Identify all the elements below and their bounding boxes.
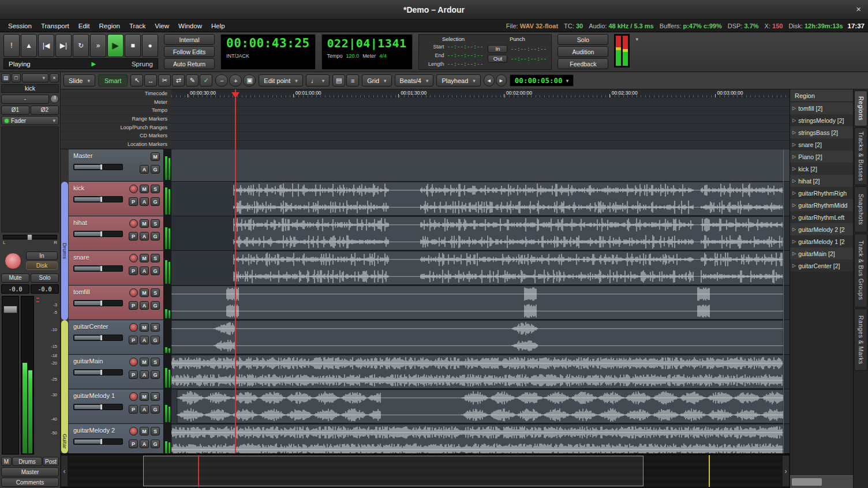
expand-icon[interactable]: ▷ bbox=[792, 190, 796, 196]
monitor-solo-button[interactable]: Solo bbox=[558, 34, 608, 45]
close-icon[interactable]: × bbox=[856, 4, 861, 14]
track-header-tomfill[interactable]: tomfillMSPAG bbox=[69, 286, 171, 320]
strip-track-name[interactable]: kick bbox=[1, 84, 59, 93]
master-group-button[interactable]: G bbox=[151, 165, 160, 174]
monitor-feedback-button[interactable]: Feedback bbox=[558, 58, 608, 69]
track-lane-guitarmain[interactable] bbox=[171, 355, 790, 389]
group-button[interactable]: G bbox=[151, 336, 160, 344]
grab-tool[interactable]: ↖ bbox=[130, 74, 143, 87]
snap-mode-select[interactable]: Grid▾ bbox=[362, 74, 391, 87]
track-header-guitarmelody-2[interactable]: guitarMelody 2MSPAG bbox=[69, 424, 171, 453]
zoom-out-button[interactable]: − bbox=[215, 74, 228, 87]
record-enable-button[interactable] bbox=[129, 323, 138, 332]
track-gain-fader[interactable] bbox=[73, 300, 123, 306]
track-lane-kick[interactable] bbox=[171, 182, 790, 216]
menu-region[interactable]: Region bbox=[95, 22, 125, 29]
track-header-guitarcenter[interactable]: guitarCenterMSPAG bbox=[69, 320, 171, 355]
tempo-value[interactable]: 120.0 bbox=[346, 53, 360, 59]
track-lane-master[interactable] bbox=[171, 149, 790, 182]
master-strip-button[interactable]: Master bbox=[1, 467, 59, 476]
track-gain-fader[interactable] bbox=[73, 265, 123, 272]
nudge-clock[interactable]: 00:00:05:00▾ bbox=[510, 74, 574, 87]
ruler-label-loop-punch-ranges[interactable]: Loop/Punch Ranges bbox=[61, 123, 171, 132]
next-marker-button[interactable]: ▸ bbox=[496, 74, 507, 87]
goto-end-button[interactable]: ▶| bbox=[55, 34, 72, 57]
menu-help[interactable]: Help bbox=[207, 22, 230, 29]
track-gain-fader[interactable] bbox=[73, 369, 123, 376]
record-enable-button[interactable] bbox=[129, 358, 138, 366]
playlist-button[interactable]: P bbox=[129, 405, 138, 414]
draw-tool[interactable]: ✎ bbox=[186, 74, 199, 87]
summary-scroll-left[interactable]: ‹ bbox=[61, 455, 68, 487]
mute-button[interactable]: M bbox=[140, 323, 149, 332]
region-item-guitarrhythmrigh[interactable]: ▷guitarRhythmRigh bbox=[790, 187, 853, 199]
ruler-label-meter[interactable]: Meter bbox=[61, 98, 171, 107]
track-header-guitarmain[interactable]: guitarMainMSPAG bbox=[69, 355, 171, 389]
playlist-button[interactable]: P bbox=[129, 232, 138, 241]
phase-button-2[interactable]: Ø2 bbox=[31, 106, 59, 115]
midi-panic-button[interactable]: ! bbox=[3, 34, 20, 57]
mute-button[interactable]: M bbox=[140, 219, 149, 228]
expand-icon[interactable]: ▷ bbox=[792, 142, 796, 147]
goto-start-button[interactable]: |◀ bbox=[38, 34, 54, 57]
expand-icon[interactable]: ▷ bbox=[792, 178, 796, 183]
menu-session[interactable]: Session bbox=[3, 22, 36, 29]
track-gain-fader[interactable] bbox=[73, 438, 123, 445]
automation-button[interactable]: A bbox=[140, 232, 149, 241]
punch-out-button[interactable]: Out bbox=[488, 55, 507, 63]
shuttle-control[interactable]: Playing ▶ Sprung bbox=[3, 58, 158, 69]
expand-icon[interactable]: ▷ bbox=[792, 130, 796, 135]
playhead[interactable] bbox=[235, 89, 236, 453]
group-button[interactable]: G bbox=[151, 232, 160, 241]
summary-view-rect[interactable] bbox=[143, 456, 643, 486]
group-button[interactable]: G bbox=[151, 197, 160, 206]
side-tab-tracks-busses[interactable]: Tracks & Busses bbox=[854, 127, 867, 185]
track-lane-tomfill[interactable] bbox=[171, 286, 790, 320]
gain-fader[interactable] bbox=[2, 296, 19, 455]
track-lane-guitarmelody-2[interactable] bbox=[171, 424, 790, 453]
ruler-row-location-markers[interactable] bbox=[171, 141, 790, 149]
solo-button[interactable]: S bbox=[151, 185, 160, 193]
gain-display[interactable]: -0.0 bbox=[1, 284, 29, 294]
summary-body[interactable] bbox=[68, 455, 782, 487]
track-gain-fader[interactable] bbox=[73, 196, 123, 202]
menu-track[interactable]: Track bbox=[125, 22, 150, 29]
range-tool[interactable]: ↔ bbox=[144, 74, 157, 87]
track-gain-fader[interactable] bbox=[73, 231, 123, 237]
strip-solo-button[interactable]: Solo bbox=[31, 273, 59, 283]
smart-mode-button[interactable]: Smart bbox=[98, 74, 128, 87]
balance-handle[interactable] bbox=[27, 234, 32, 241]
group-tab-guitar[interactable]: Guitar bbox=[61, 320, 68, 453]
solo-button[interactable]: S bbox=[151, 323, 160, 332]
option-follow-edits-button[interactable]: Follow Edits bbox=[164, 46, 215, 57]
mixer-tab-drums[interactable]: Drums bbox=[12, 457, 42, 466]
mixer-tab-m[interactable]: M bbox=[1, 457, 12, 466]
region-item-guitarmain-2[interactable]: ▷guitarMain [2] bbox=[790, 247, 853, 260]
region-item-piano-2[interactable]: ▷Piano [2] bbox=[790, 151, 853, 163]
mute-button[interactable]: M bbox=[140, 358, 149, 366]
ruler-row-range-markers[interactable] bbox=[171, 115, 790, 124]
ruler-label-tempo[interactable]: Tempo bbox=[61, 106, 171, 115]
track-gain-fader[interactable] bbox=[73, 164, 123, 170]
punch-in-button[interactable]: In bbox=[488, 45, 507, 53]
region-item-snare-2[interactable]: ▷snare [2] bbox=[790, 138, 853, 151]
ruler-label-timecode[interactable]: Timecode bbox=[61, 89, 171, 98]
option-internal-button[interactable]: Internal bbox=[164, 34, 215, 45]
stop-button[interactable]: ■ bbox=[125, 34, 141, 57]
region-item-guitarrhythmmidd[interactable]: ▷guitarRhythmMidd bbox=[790, 199, 853, 211]
ruler-label-cd-markers[interactable]: CD Markers bbox=[61, 132, 171, 141]
expand-icon[interactable]: ▷ bbox=[792, 263, 796, 268]
master-mute-button[interactable]: M bbox=[151, 152, 160, 161]
mute-button[interactable]: M bbox=[140, 254, 149, 262]
strip-mute-button[interactable]: Mute bbox=[1, 273, 29, 283]
track-gain-fader[interactable] bbox=[73, 335, 123, 341]
mute-button[interactable]: M bbox=[140, 427, 149, 436]
disk-monitor-button[interactable]: Disk bbox=[26, 261, 58, 270]
bbt-clock[interactable]: 022|04|1341 bbox=[327, 36, 407, 50]
solo-button[interactable]: S bbox=[151, 392, 160, 401]
gain-fader-handle[interactable] bbox=[3, 306, 17, 313]
region-item-hihat-2[interactable]: ▷hihat [2] bbox=[790, 175, 853, 187]
expand-icon[interactable]: ▷ bbox=[792, 227, 796, 232]
grid-division-select[interactable]: Beats/4▾ bbox=[395, 74, 434, 87]
solo-button[interactable]: S bbox=[151, 288, 160, 297]
